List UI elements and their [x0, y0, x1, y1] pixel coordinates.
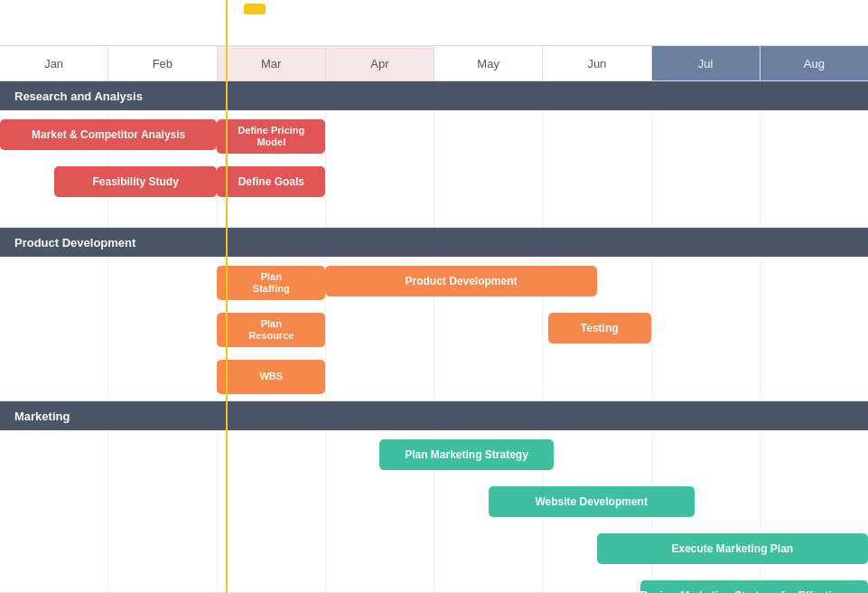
section-content-product: Plan StaffingProduct DevelopmentPlan Res… — [0, 257, 868, 401]
task-bar[interactable]: Define Goals — [217, 166, 325, 197]
month-may: May — [434, 46, 543, 80]
gantt-chart: JanFebMarAprMayJunJulAug Research and An… — [0, 0, 868, 593]
month-jul: Jul — [652, 46, 761, 80]
task-bar[interactable]: Product Development — [325, 266, 596, 296]
month-mar: Mar — [218, 46, 326, 80]
task-bar[interactable]: Website Development — [489, 486, 695, 517]
month-feb: Feb — [108, 46, 217, 80]
task-bar[interactable]: Plan Marketing Strategy — [379, 439, 553, 470]
task-bar[interactable]: Plan Staffing — [217, 266, 325, 300]
gantt-body: Research and AnalysisMarket & Competitor… — [0, 81, 868, 593]
task-bar[interactable]: Feasibility Study — [54, 166, 217, 197]
section-header-research: Research and Analysis — [0, 81, 868, 110]
section-content-research: Market & Competitor AnalysisDefine Prici… — [0, 110, 868, 228]
month-jun: Jun — [543, 46, 651, 80]
timeline-header: JanFebMarAprMayJunJulAug — [0, 45, 868, 81]
task-bar[interactable]: Define Pricing Model — [217, 119, 325, 154]
task-bar[interactable]: WBS — [217, 360, 325, 394]
month-jan: Jan — [0, 46, 108, 80]
task-bar[interactable]: Execute Marketing Plan — [597, 533, 868, 564]
section-content-marketing: Plan Marketing StrategyWebsite Developme… — [0, 430, 868, 593]
task-bar[interactable]: Review Marketing Strategy for Effectiven… — [640, 580, 868, 593]
task-bar[interactable]: Testing — [548, 313, 651, 344]
section-header-marketing: Marketing — [0, 401, 868, 430]
section-header-product: Product Development — [0, 228, 868, 257]
month-aug: Aug — [761, 46, 868, 80]
section-product: Product DevelopmentPlan StaffingProduct … — [0, 228, 868, 401]
task-bar[interactable]: Plan Resource — [217, 313, 325, 347]
month-apr: Apr — [326, 46, 434, 80]
investment-marker — [244, 4, 266, 14]
task-bar[interactable]: Market & Competitor Analysis — [0, 119, 217, 150]
section-marketing: MarketingPlan Marketing StrategyWebsite … — [0, 401, 868, 593]
section-research: Research and AnalysisMarket & Competitor… — [0, 81, 868, 228]
